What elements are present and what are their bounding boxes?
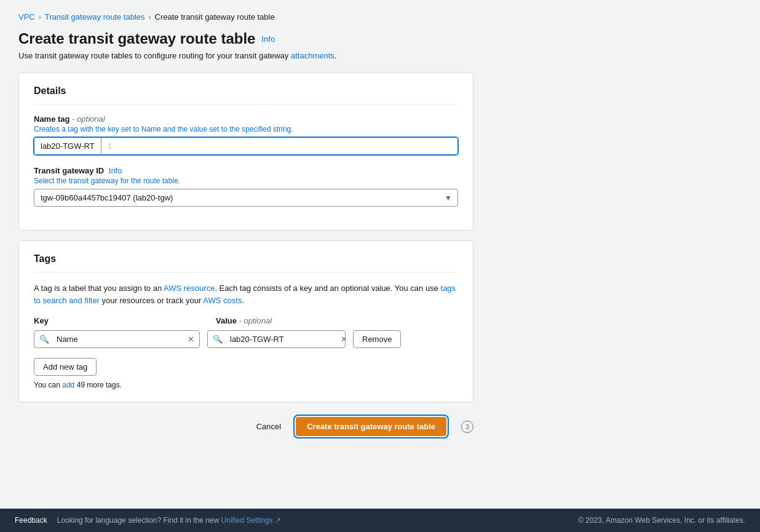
tags-title: Tags <box>34 253 458 272</box>
name-tag-current-value: lab20-TGW-RT <box>34 138 101 154</box>
tags-card: Tags A tag is a label that you assign to… <box>18 240 473 402</box>
aws-costs-link[interactable]: AWS costs <box>203 296 242 305</box>
key-col-header: Key <box>34 316 206 325</box>
footer-left: Feedback Looking for language selection?… <box>15 516 281 525</box>
tgw-id-group: Transit gateway ID Info Select the trans… <box>34 166 458 207</box>
tags-search-link[interactable]: tags to search and filter <box>34 284 456 305</box>
breadcrumb-route-tables[interactable]: Transit gateway route tables <box>45 12 145 22</box>
page-title: Create transit gateway route table <box>18 30 255 47</box>
tgw-id-select[interactable]: tgw-09b60a4457bc19407 (lab20-tgw) <box>34 189 458 207</box>
name-tag-input-wrapper[interactable]: lab20-TGW-RT 1 <box>34 137 458 155</box>
breadcrumb: VPC › Transit gateway route tables › Cre… <box>18 12 742 22</box>
search-icon: 🔍 <box>34 331 54 347</box>
remove-tag-button[interactable]: Remove <box>353 330 401 348</box>
tag-value-clear-icon[interactable]: ✕ <box>336 331 346 347</box>
feedback-button[interactable]: Feedback <box>15 516 47 525</box>
cancel-button[interactable]: Cancel <box>250 418 287 435</box>
attachments-link[interactable]: attachments <box>291 51 334 60</box>
tag-key-clear-icon[interactable]: ✕ <box>183 331 199 347</box>
tags-limit: You can add 49 more tags. <box>34 381 458 389</box>
breadcrumb-vpc[interactable]: VPC <box>18 12 35 22</box>
tgw-id-hint: Select the transit gateway for the route… <box>34 177 458 185</box>
value-col-header: Value - optional <box>216 316 458 325</box>
details-card: Details Name tag - optional Creates a ta… <box>18 73 473 231</box>
action-bar: Cancel Create transit gateway route tabl… <box>18 412 473 441</box>
tag-value-wrapper[interactable]: 🔍 ✕ <box>207 330 346 348</box>
tag-row: 🔍 ✕ 🔍 ✕ Remove <box>34 330 458 348</box>
aws-resource-link[interactable]: AWS resource <box>164 284 215 293</box>
tgw-id-select-wrapper[interactable]: tgw-09b60a4457bc19407 (lab20-tgw) ▼ <box>34 189 458 207</box>
page-title-container: Create transit gateway route table Info <box>18 30 742 47</box>
breadcrumb-sep-2: › <box>149 13 151 22</box>
search-icon-value: 🔍 <box>208 331 228 347</box>
name-tag-placeholder: 1 <box>101 138 457 154</box>
name-tag-group: Name tag - optional Creates a tag with t… <box>34 114 458 155</box>
breadcrumb-sep-1: › <box>39 13 41 22</box>
tag-key-wrapper[interactable]: 🔍 ✕ <box>34 330 200 348</box>
footer-lang: Looking for language selection? Find it … <box>57 516 281 525</box>
create-button[interactable]: Create transit gateway route table <box>296 417 446 436</box>
tags-header: Key Value - optional <box>34 316 458 325</box>
footer-copyright: © 2023, Amazon Web Services, Inc. or its… <box>578 516 745 525</box>
step-3-badge: 3 <box>461 421 473 433</box>
breadcrumb-current: Create transit gateway route table <box>155 12 275 22</box>
tgw-id-label: Transit gateway ID Info <box>34 166 458 175</box>
tag-key-input[interactable] <box>54 331 183 347</box>
add-new-tag-button[interactable]: Add new tag <box>34 358 97 376</box>
name-tag-label: Name tag - optional <box>34 114 458 124</box>
page-info-link[interactable]: Info <box>261 34 275 44</box>
add-more-link[interactable]: add <box>62 381 74 389</box>
details-title: Details <box>34 85 458 105</box>
tgw-id-info-link[interactable]: Info <box>109 166 122 175</box>
name-tag-hint: Creates a tag with the key set to Name a… <box>34 125 458 133</box>
page-subtitle: Use transit gateway route tables to conf… <box>18 51 742 60</box>
tags-description: A tag is a label that you assign to an A… <box>34 282 458 306</box>
unified-settings-link[interactable]: Unified Settings ↗ <box>221 516 281 525</box>
footer: Feedback Looking for language selection?… <box>0 509 760 532</box>
tag-value-input[interactable] <box>228 331 336 347</box>
